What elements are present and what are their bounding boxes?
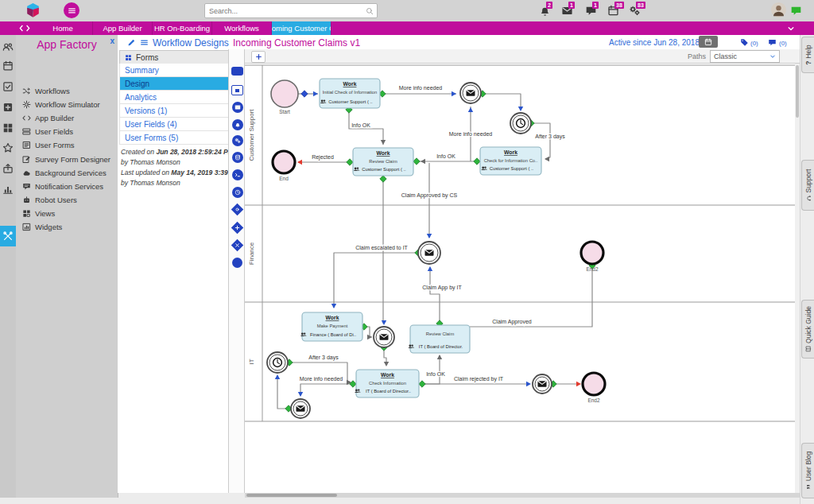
rail-calendar-icon[interactable] — [2, 60, 14, 72]
edit-pencil-icon[interactable] — [127, 38, 136, 47]
app-factory-item-background-services[interactable]: Background Services — [22, 166, 116, 179]
edge-claim-app-by-it[interactable] — [430, 267, 440, 324]
end-event-2-it[interactable]: End2 — [583, 373, 605, 403]
add-shape-button[interactable] — [251, 51, 266, 63]
palette-message-event[interactable] — [229, 102, 246, 113]
forms-panel-header[interactable]: Forms — [119, 50, 231, 64]
user-avatar[interactable] — [771, 2, 786, 17]
rail-add-icon[interactable] — [2, 102, 14, 113]
app-factory-item-workflows[interactable]: Workflows — [22, 84, 116, 97]
rail-users-icon[interactable] — [2, 41, 14, 52]
forms-menu-summary[interactable]: Summary — [119, 64, 230, 77]
forms-menu-design[interactable]: Design — [119, 77, 230, 91]
palette-end-event[interactable] — [229, 258, 246, 268]
rail-favorites-icon[interactable] — [2, 142, 14, 153]
message-event-it-wait[interactable] — [291, 399, 310, 418]
app-logo-icon[interactable] — [24, 2, 42, 20]
connector-diamond[interactable] — [380, 176, 386, 182]
tab-hr-on-boarding[interactable]: HR On-Boarding — [153, 21, 212, 35]
palette-database-event[interactable] — [229, 152, 246, 163]
tab-app-builder[interactable]: App Builder — [93, 21, 153, 35]
rail-app-factory-active[interactable] — [0, 226, 16, 246]
palette-task[interactable] — [229, 67, 246, 76]
chevron-down-icon[interactable] — [787, 25, 795, 33]
tab-user-blog[interactable]: User Blog — [801, 443, 814, 498]
connector-diamond[interactable] — [347, 159, 353, 165]
timer-event-it[interactable] — [267, 352, 288, 373]
paths-select[interactable]: Classic — [710, 50, 780, 63]
forms-menu-user-forms[interactable]: User Forms (5) — [119, 131, 230, 145]
vertical-scrollbar-thumb[interactable] — [796, 65, 799, 118]
task-check-for-information[interactable]: WorkCheck for Information Co..Customer S… — [480, 147, 541, 175]
task-initial-check-of-information[interactable]: WorkInitial Check of InformationCustomer… — [320, 79, 380, 108]
app-factory-item-notification-services[interactable]: Notification Services — [22, 180, 116, 192]
horizontal-scrollbar-thumb[interactable] — [246, 494, 337, 497]
edge-wait-to-timer[interactable] — [277, 376, 289, 409]
app-factory-item-workflow-simulator[interactable]: Workflow Simulator — [22, 98, 116, 110]
palette-service-event[interactable] — [229, 135, 246, 146]
comments-icon[interactable] — [768, 38, 777, 47]
tab-home[interactable]: Home — [33, 21, 93, 35]
app-factory-item-user-fields[interactable]: User Fields — [22, 125, 116, 138]
connector-diamond[interactable] — [301, 91, 308, 97]
palette-script-event[interactable] — [229, 169, 246, 180]
rail-tasks-icon[interactable] — [2, 81, 14, 92]
task-review-claim-cs[interactable]: WorkReview ClaimCustomer Support ( .. — [353, 148, 413, 176]
forms-menu-analytics[interactable]: Analytics — [119, 91, 230, 104]
connector-diamond[interactable] — [419, 381, 425, 387]
app-factory-item-widgets[interactable]: Widgets — [22, 220, 116, 233]
task-check-information[interactable]: WorkCheck InformationIT ( Board of Direc… — [355, 370, 419, 397]
task-make-payment[interactable]: WorkMake PaymentFinance ( Board of Di.. — [300, 312, 362, 341]
app-factory-item-app-builder[interactable]: App Builder — [22, 111, 116, 124]
rail-reports-icon[interactable] — [2, 184, 14, 195]
message-event-finance[interactable] — [418, 242, 440, 264]
task-review-claim-it[interactable]: Review ClaimIT ( Board of Director. — [408, 325, 470, 353]
app-factory-item-survey-form-designer[interactable]: Survey Form Designer — [22, 153, 116, 165]
edge-to-timer-cs[interactable] — [483, 94, 521, 110]
palette-notification-event[interactable] — [229, 119, 246, 130]
app-factory-item-views[interactable]: Views — [22, 207, 116, 219]
edge-more-info-needed-3[interactable] — [300, 384, 353, 396]
settings-button[interactable]: 83 — [629, 5, 642, 17]
header-menu-icon[interactable] — [140, 38, 149, 47]
end-event-2-finance[interactable]: End2 — [581, 242, 603, 272]
tab-incoming-customer-claims[interactable]: Incoming Customer C... — [272, 21, 331, 35]
messages-button[interactable]: 1 — [561, 5, 574, 17]
notifications-button[interactable]: 2 — [539, 5, 552, 17]
rail-publish-icon[interactable] — [2, 163, 14, 174]
palette-exclusive-gateway[interactable] — [229, 241, 246, 250]
start-event[interactable]: Start — [271, 80, 298, 114]
tab-quick-guide[interactable]: Quick Guide — [801, 300, 814, 359]
message-event-it-approved[interactable] — [374, 327, 394, 347]
app-factory-item-user-forms[interactable]: User Forms — [22, 138, 116, 151]
message-event-cs[interactable] — [460, 83, 481, 103]
calendar-schedule-button[interactable] — [699, 36, 718, 48]
rail-apps-icon[interactable] — [2, 122, 14, 134]
connector-diamond[interactable] — [413, 158, 420, 165]
connector-diamond[interactable] — [474, 158, 480, 165]
palette-parallel-gateway[interactable] — [229, 223, 246, 232]
forms-menu-versions[interactable]: Versions (1) — [119, 104, 230, 118]
end-event[interactable]: End — [273, 151, 295, 181]
tags-icon[interactable] — [740, 38, 749, 47]
chats-button[interactable]: 1 — [585, 5, 598, 17]
tab-help[interactable]: ?Help — [801, 37, 814, 73]
forms-menu-user-fields[interactable]: User Fields (4) — [119, 118, 230, 131]
message-event-it-rejected[interactable] — [533, 374, 552, 394]
live-chat-icon[interactable] — [789, 5, 803, 17]
edge-claim-escalated-to-it[interactable] — [334, 253, 418, 308]
tab-support[interactable]: Support — [801, 160, 814, 211]
breadcrumb-section[interactable]: Workflow Designs — [153, 37, 229, 48]
calendar-button[interactable]: 38 — [607, 5, 620, 17]
connector-diamond[interactable] — [350, 381, 356, 387]
timer-event-cs[interactable] — [510, 113, 531, 134]
palette-inclusive-gateway[interactable] — [229, 205, 246, 214]
edge-claim-approved[interactable] — [470, 267, 592, 327]
search-input[interactable] — [205, 7, 366, 15]
tab-workflows[interactable]: Workflows — [212, 21, 272, 35]
main-menu-button[interactable] — [64, 2, 79, 18]
palette-user-task[interactable] — [229, 85, 246, 95]
edge-info-ok-3[interactable] — [422, 355, 440, 384]
workflow-canvas[interactable]: Customer SupportFinanceITMore info neede… — [245, 64, 795, 493]
app-factory-item-robot-users[interactable]: Robot Users — [22, 193, 116, 206]
